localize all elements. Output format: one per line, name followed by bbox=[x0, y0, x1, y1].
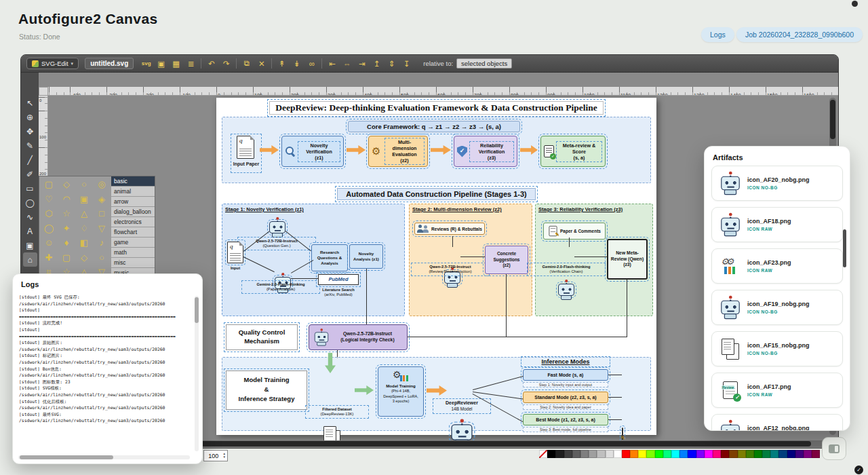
shape-library-item[interactable]: ▣ bbox=[75, 192, 93, 207]
palette-swatch[interactable] bbox=[812, 450, 820, 458]
diagram-title[interactable]: DeepReview: Deep-thinking Evaluation Fra… bbox=[216, 101, 656, 115]
shape-library-item[interactable]: △ bbox=[75, 206, 93, 221]
divider[interactable] bbox=[236, 58, 237, 69]
divider[interactable] bbox=[201, 58, 201, 69]
pipeline-novelty-box[interactable]: Novelty Verification(z1) bbox=[281, 136, 344, 167]
image-icon[interactable]: ▣ bbox=[155, 58, 167, 70]
scrollbar-thumb[interactable] bbox=[195, 297, 199, 323]
novelty-analysis-box[interactable]: Novelty Analysis (z1) bbox=[349, 244, 383, 269]
shape-library-item[interactable]: □ bbox=[93, 206, 111, 221]
align-bottom-icon[interactable]: ↧ bbox=[400, 58, 413, 70]
layers-icon[interactable]: ≣ bbox=[184, 58, 197, 70]
shape-library-item[interactable]: ▢ bbox=[40, 177, 58, 192]
palette-swatch[interactable] bbox=[787, 450, 795, 458]
artifacts-scrollbar-thumb[interactable] bbox=[843, 229, 846, 267]
shape-library-item[interactable]: ◧ bbox=[75, 235, 93, 250]
canvas-horizontal-scrollbar[interactable] bbox=[194, 440, 830, 447]
palette-swatch[interactable] bbox=[547, 450, 555, 458]
align-center-icon[interactable]: ⇔ bbox=[340, 58, 353, 70]
calligraphy-tool[interactable]: ✐ bbox=[23, 167, 37, 181]
palette-swatch[interactable] bbox=[572, 450, 580, 458]
ellipse-tool[interactable]: ◯ bbox=[23, 195, 37, 210]
main-menu-button[interactable]: SVG-Edit bbox=[26, 58, 79, 69]
line-tool[interactable]: ╱ bbox=[23, 153, 37, 167]
delete-icon[interactable]: ✕ bbox=[255, 58, 268, 70]
artifact-item[interactable]: icon_AF20_nobg.png ICON NO-BG bbox=[711, 166, 843, 201]
relative-to-select[interactable]: selected objects bbox=[456, 58, 512, 69]
palette-swatch[interactable] bbox=[597, 450, 605, 458]
data-pipeline-title[interactable]: Automated Data Construction Pipeline (St… bbox=[216, 187, 656, 200]
paper-comments-box[interactable]: Paper & Comments bbox=[543, 223, 606, 240]
fast-mode-box[interactable]: Fast Mode (s, a) bbox=[523, 369, 608, 381]
pencil-tool[interactable]: ✎ bbox=[23, 138, 37, 153]
shape-category[interactable]: arrow bbox=[111, 197, 155, 207]
logs-vertical-scrollbar[interactable] bbox=[195, 296, 199, 451]
palette-swatch[interactable] bbox=[729, 450, 737, 458]
palette-swatch[interactable] bbox=[564, 450, 572, 458]
palette-swatch[interactable] bbox=[622, 450, 630, 458]
shape-category[interactable]: electronics bbox=[111, 217, 155, 227]
undo-icon[interactable]: ↶ bbox=[205, 58, 218, 70]
zoom-tool[interactable]: ⊕ bbox=[23, 110, 37, 124]
shape-library-item[interactable]: ▢ bbox=[58, 250, 75, 265]
shape-library-item[interactable]: ○ bbox=[75, 177, 93, 192]
artifact-item[interactable]: Review icon_AF17.png ICON RAW bbox=[711, 373, 843, 408]
artifact-item[interactable]: icon_AF23.png ICON RAW bbox=[711, 248, 843, 284]
palette-swatch[interactable] bbox=[762, 450, 770, 458]
palette-swatch[interactable] bbox=[795, 450, 804, 458]
shape-category[interactable]: basic bbox=[111, 176, 155, 187]
palette-swatch[interactable] bbox=[705, 450, 713, 458]
research-questions-box[interactable]: Research Questions & Analysis bbox=[311, 244, 348, 271]
shape-library-item[interactable]: ♦ bbox=[58, 235, 75, 250]
shape-category[interactable]: game bbox=[111, 238, 155, 248]
move-top-icon[interactable]: ↟ bbox=[275, 58, 288, 70]
training-strategy-label[interactable]: Model Training&Inference Strategy bbox=[226, 370, 307, 410]
shape-library-item[interactable]: ◯ bbox=[40, 221, 58, 236]
palette-swatch[interactable] bbox=[770, 450, 778, 458]
palette-swatch[interactable] bbox=[679, 450, 688, 458]
palette-swatch[interactable] bbox=[638, 450, 646, 458]
new-metareview-box[interactable]: New Meta-Review (Qwen) (z3) bbox=[607, 239, 648, 280]
palette-swatch[interactable] bbox=[778, 450, 787, 458]
align-right-icon[interactable]: ⇥ bbox=[355, 58, 368, 70]
robot-icon[interactable] bbox=[269, 221, 285, 233]
redo-icon[interactable]: ↷ bbox=[220, 58, 233, 70]
shape-library-item[interactable]: ◎ bbox=[93, 177, 111, 192]
artifact-item[interactable]: icon_AF19_nobg.png ICON NO-BG bbox=[711, 290, 843, 325]
palette-swatch[interactable] bbox=[713, 450, 721, 458]
divider[interactable] bbox=[271, 58, 272, 69]
artifact-item[interactable]: icon_AF12_nobg.png ICON NO-BG bbox=[711, 414, 843, 431]
shape-library-item[interactable]: ▽ bbox=[93, 221, 111, 236]
select-tool[interactable]: ↖ bbox=[23, 96, 37, 110]
shape-library-item[interactable]: ◠ bbox=[58, 192, 75, 207]
shape-library-item[interactable]: ◇ bbox=[75, 250, 93, 265]
palette-swatch[interactable] bbox=[746, 450, 754, 458]
move-bottom-icon[interactable]: ↡ bbox=[290, 58, 303, 70]
source-icon[interactable]: svg bbox=[140, 58, 153, 70]
shape-category[interactable]: dialog_balloon bbox=[111, 207, 155, 217]
align-top-icon[interactable]: ↥ bbox=[370, 58, 383, 70]
shape-library-item[interactable]: ○ bbox=[93, 250, 111, 265]
svg-canvas-page[interactable]: DeepReview: Deep-thinking Evaluation Fra… bbox=[216, 98, 656, 435]
palette-swatch[interactable] bbox=[630, 450, 638, 458]
shape-library-item[interactable]: ⬡ bbox=[40, 206, 58, 221]
text-tool[interactable]: A bbox=[23, 224, 37, 238]
input-paper-node[interactable]: q Input Paper bbox=[233, 136, 260, 171]
scrollbar-thumb[interactable] bbox=[197, 441, 811, 446]
palette-swatch[interactable] bbox=[721, 450, 729, 458]
align-left-icon[interactable]: ⇤ bbox=[326, 58, 338, 70]
quality-control-label[interactable]: Quality ControlMechanism bbox=[226, 324, 298, 350]
zoom-control[interactable]: 100 ▲▼ bbox=[203, 450, 228, 461]
scrollbar-thumb[interactable] bbox=[830, 100, 835, 139]
wireframe-icon[interactable]: ▦ bbox=[170, 58, 182, 70]
artifact-item[interactable]: icon_AF15_nobg.png ICON NO-BG bbox=[711, 331, 843, 366]
pubmed-badge[interactable]: PubMed bbox=[318, 274, 359, 285]
link-icon[interactable]: ∞ bbox=[305, 58, 318, 70]
palette-swatch[interactable] bbox=[646, 450, 654, 458]
pipeline-reliability-box[interactable]: Reliability Verification(z3) bbox=[454, 136, 517, 167]
logs-button[interactable]: Logs bbox=[701, 27, 734, 42]
image-tool[interactable]: ▣ bbox=[23, 238, 37, 252]
inference-modes-title[interactable]: Inference Modes bbox=[523, 358, 608, 365]
palette-swatch[interactable] bbox=[655, 450, 663, 458]
rect-tool[interactable]: ▭ bbox=[23, 181, 37, 195]
